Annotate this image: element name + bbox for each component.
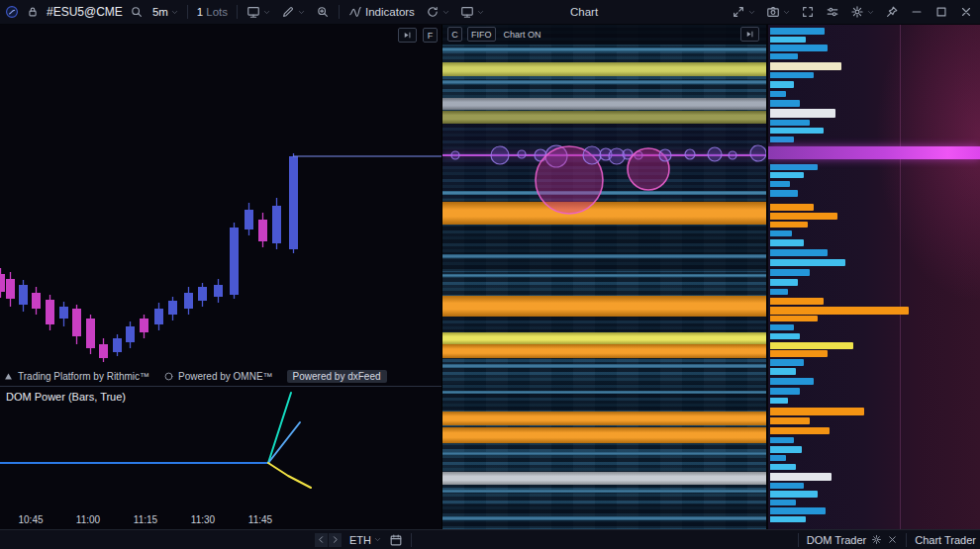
volume-bar bbox=[770, 81, 794, 88]
fifo-toggle[interactable]: F bbox=[423, 28, 438, 43]
indicators-button[interactable]: Indicators bbox=[346, 3, 417, 21]
heatmap-band bbox=[442, 202, 766, 225]
settings-button[interactable] bbox=[848, 3, 876, 21]
settings-sliders-button[interactable] bbox=[824, 3, 841, 21]
dom-power-panel[interactable]: DOM Power (Bars, True) 10:4511:0011:1511… bbox=[0, 386, 441, 529]
timeframe-selector[interactable]: 5m bbox=[150, 4, 180, 20]
zoom-button[interactable] bbox=[314, 3, 332, 21]
chart-controls: F bbox=[398, 28, 438, 43]
volume-bar bbox=[770, 350, 828, 357]
heatmap-band bbox=[442, 332, 766, 344]
minimize-button[interactable] bbox=[908, 3, 926, 21]
heatmap-band bbox=[442, 47, 766, 51]
heatmap-dark-zone bbox=[442, 384, 766, 410]
app-logo-icon[interactable] bbox=[5, 5, 19, 19]
calendar-icon[interactable] bbox=[389, 533, 403, 547]
volume-bar bbox=[770, 28, 825, 35]
volume-bar bbox=[770, 62, 841, 70]
drawings-button[interactable] bbox=[279, 3, 307, 21]
tab-dom-trader[interactable]: DOM Trader bbox=[807, 534, 899, 546]
heatmap-band bbox=[442, 98, 766, 110]
volume-bar bbox=[770, 72, 814, 78]
volume-bar bbox=[770, 239, 804, 246]
candlestick-chart[interactable]: F Trading Platform by Rithmic™ Powered b… bbox=[0, 25, 441, 386]
symbol-label[interactable]: #ESU5@CME bbox=[47, 5, 123, 19]
main-area: F Trading Platform by Rithmic™ Powered b… bbox=[0, 25, 980, 529]
tab-chart-trader[interactable]: Chart Trader bbox=[915, 534, 976, 546]
fifo-toggle-heatmap[interactable]: FIFO bbox=[467, 27, 496, 42]
fullscreen-button[interactable] bbox=[799, 3, 817, 21]
link-chart-button[interactable] bbox=[730, 3, 757, 21]
volume-bar bbox=[770, 507, 826, 514]
close-tab-icon[interactable] bbox=[887, 534, 898, 545]
heatmap-band bbox=[442, 80, 766, 84]
symbol-lock-icon[interactable] bbox=[26, 5, 40, 19]
volume-bar bbox=[770, 500, 796, 505]
scroll-left-button[interactable] bbox=[315, 533, 328, 547]
session-selector[interactable]: ETH bbox=[349, 534, 381, 546]
heatmap-panel[interactable]: C FIFO Chart ON bbox=[442, 25, 767, 529]
window-title: Chart bbox=[570, 0, 598, 24]
volume-bar bbox=[770, 388, 800, 395]
heatmap-band bbox=[442, 391, 766, 394]
volume-bar bbox=[770, 298, 824, 305]
maximize-button[interactable] bbox=[932, 3, 950, 21]
chevron-down-icon bbox=[298, 9, 305, 16]
status-bar: ETH DOM Trader Chart Trader bbox=[0, 529, 980, 549]
pin-button[interactable] bbox=[883, 3, 901, 21]
chevron-down-icon bbox=[442, 9, 449, 16]
volume-bar bbox=[770, 53, 798, 59]
close-icon bbox=[959, 5, 973, 19]
templates-button[interactable] bbox=[458, 3, 486, 21]
gear-icon[interactable] bbox=[871, 534, 882, 545]
heatmap-layers bbox=[442, 25, 766, 529]
pencil-icon bbox=[281, 5, 295, 19]
volume-bar bbox=[770, 230, 792, 236]
price-line bbox=[442, 154, 766, 156]
symbol-search-icon[interactable] bbox=[130, 5, 144, 19]
skip-to-end-icon bbox=[402, 30, 413, 41]
volume-bar bbox=[770, 128, 824, 134]
chart-type-icon bbox=[246, 5, 260, 19]
heatmap-band bbox=[442, 62, 766, 76]
screenshot-button[interactable] bbox=[764, 3, 792, 21]
go-to-latest-button[interactable] bbox=[398, 28, 417, 43]
lots-value: 1 bbox=[197, 6, 203, 18]
statusbar-separator bbox=[411, 533, 412, 547]
volume-bar bbox=[770, 491, 818, 498]
volume-bar bbox=[770, 164, 818, 170]
volume-bars bbox=[768, 25, 980, 529]
chart-type-button[interactable] bbox=[245, 3, 272, 21]
toolbar-left: #ESU5@CME 5m 1 Lots bbox=[5, 3, 486, 21]
volume-bar bbox=[770, 181, 790, 187]
skip-to-end-icon bbox=[744, 29, 755, 40]
c-toggle[interactable]: C bbox=[447, 27, 462, 42]
chevron-down-icon bbox=[867, 9, 874, 16]
volume-bar bbox=[770, 446, 802, 453]
lots-label: Lots bbox=[206, 6, 228, 18]
volume-bar bbox=[770, 427, 830, 434]
arrow-right-icon bbox=[330, 534, 341, 545]
chart-on-toggle[interactable]: Chart ON bbox=[501, 27, 544, 42]
heatmap-band bbox=[442, 191, 766, 195]
watermark: Trading Platform by Rithmic™ Powered by … bbox=[3, 370, 387, 383]
lots-selector[interactable]: 1 Lots bbox=[195, 4, 230, 20]
volume-bar bbox=[770, 172, 804, 178]
close-window-button[interactable] bbox=[957, 3, 975, 21]
dom-power-svg bbox=[0, 387, 441, 510]
toolbar-separator bbox=[187, 5, 188, 19]
volume-bar bbox=[770, 190, 798, 197]
camera-icon bbox=[766, 5, 780, 19]
heatmap-band bbox=[442, 364, 766, 368]
heatmap-band bbox=[442, 412, 766, 425]
scroll-right-button[interactable] bbox=[329, 533, 342, 547]
heatmap-band bbox=[442, 274, 766, 277]
volume-bar bbox=[770, 259, 845, 266]
volume-profile-panel[interactable] bbox=[767, 25, 980, 529]
volume-bar bbox=[770, 91, 786, 97]
heatmap-band bbox=[442, 472, 766, 485]
volume-bar bbox=[770, 417, 810, 424]
heatmap-band bbox=[442, 427, 766, 443]
refresh-button[interactable] bbox=[424, 3, 451, 21]
go-to-latest-button-heatmap[interactable] bbox=[740, 27, 759, 42]
